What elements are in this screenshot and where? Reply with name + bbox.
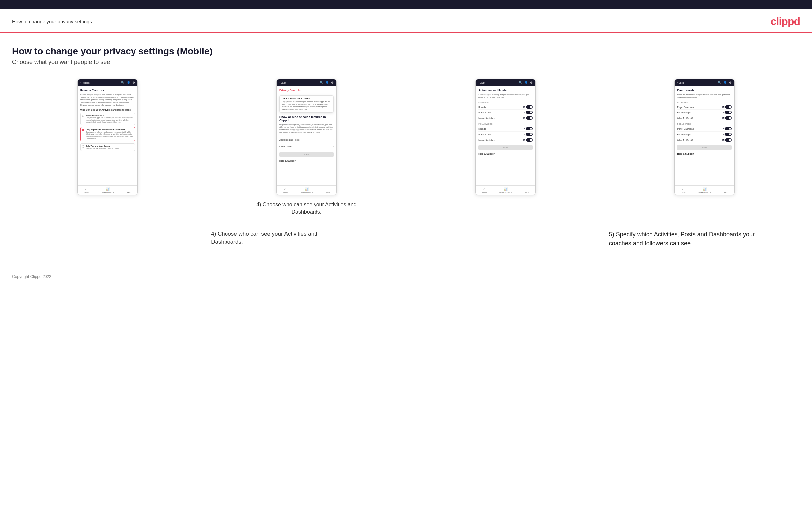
followers-round-insights-row: Round Insights ON <box>677 132 731 137</box>
activities-posts-label: Activities and Posts <box>279 139 300 141</box>
mobile-nav-bar-2: ‹ Back 🔍 👤 ⚙ <box>276 79 337 86</box>
performance-icon-3: 📊 <box>504 187 508 191</box>
coaches-header-3: COACHES <box>478 101 533 103</box>
bottom-nav-menu-1[interactable]: ☰ Menu <box>127 187 131 193</box>
followers-rounds-row: Rounds ON <box>478 126 533 132</box>
search-icon-2[interactable]: 🔍 <box>320 81 323 84</box>
radio-circle-3 <box>82 145 84 148</box>
followers-player-dash-row: Player Dashboard ON <box>677 126 731 132</box>
menu-label-1: Menu <box>127 191 131 193</box>
user-icon-3[interactable]: 👤 <box>524 81 528 84</box>
settings-icon-2[interactable]: ⚙ <box>331 81 334 84</box>
radio-desc-1: Everyone on Clippd can search for you an… <box>86 117 133 123</box>
followers-player-dash-toggle[interactable] <box>725 127 731 130</box>
show-hide-text: Regardless of the privacy controls that … <box>279 124 334 134</box>
bottom-nav-performance-4[interactable]: 📊 My Performance <box>698 187 711 193</box>
followers-drills-toggle[interactable] <box>526 133 533 136</box>
user-icon[interactable]: 👤 <box>126 81 130 84</box>
screenshot-group-3: ‹ Back 🔍 👤 ⚙ Activities and Posts Select… <box>410 79 601 195</box>
screenshot-group-1: ‹ < Back 🔍 👤 ⚙ Privacy Controls Control … <box>12 79 203 195</box>
settings-icon-3[interactable]: ⚙ <box>530 81 533 84</box>
coaches-round-insights-row: Round Insights ON <box>677 110 731 115</box>
radio-circle-1 <box>82 115 84 117</box>
back-button-4[interactable]: ‹ Back <box>677 81 684 84</box>
coaches-player-dash-toggle[interactable] <box>725 105 731 109</box>
coaches-round-insights-label: Round Insights <box>677 111 692 114</box>
coaches-what-to-work-toggle[interactable] <box>725 116 731 120</box>
dashboards-row[interactable]: Dashboards › <box>279 143 334 150</box>
coaches-rounds-toggle[interactable] <box>526 105 533 109</box>
bottom-nav-home-3[interactable]: ⌂ Home <box>482 187 487 193</box>
bottom-nav-home-1[interactable]: ⌂ Home <box>84 187 88 193</box>
menu-icon-1: ☰ <box>127 187 130 191</box>
mobile-nav-bar-3: ‹ Back 🔍 👤 ⚙ <box>475 79 536 86</box>
back-button-3[interactable]: ‹ Back <box>478 81 485 84</box>
mobile-nav-bar-1: ‹ < Back 🔍 👤 ⚙ <box>78 79 138 86</box>
save-button-4[interactable]: Save <box>677 145 731 150</box>
back-button-2[interactable]: ‹ Back <box>279 81 286 84</box>
performance-label-4: My Performance <box>698 191 711 193</box>
popup-box: Only You and Your Coach Only you and the… <box>279 95 334 113</box>
menu-label-4: Menu <box>724 191 728 193</box>
coaches-player-dash-row: Player Dashboard ON <box>677 104 731 110</box>
screenshots-row: ‹ < Back 🔍 👤 ⚙ Privacy Controls Control … <box>12 79 800 216</box>
screen2-content: Privacy Controls Only You and Your Coach… <box>276 86 337 185</box>
menu-label-3: Menu <box>525 191 529 193</box>
followers-rounds-label: Rounds <box>478 128 486 130</box>
coaches-what-to-work-row: What To Work On ON <box>677 115 731 121</box>
radio-everyone[interactable]: Everyone on Clippd Everyone on Clippd ca… <box>81 113 135 125</box>
save-button-3[interactable]: Save <box>478 145 533 150</box>
followers-player-dash-label: Player Dashboard <box>677 128 695 130</box>
radio-approved-followers[interactable]: Only Approved Followers and Your Coach O… <box>81 127 135 142</box>
radio-only-coach[interactable]: Only You and Your Coach Only you and the… <box>81 143 135 151</box>
search-icon-3[interactable]: 🔍 <box>519 81 522 84</box>
coaches-rounds-row: Rounds ON <box>478 104 533 110</box>
home-label-3: Home <box>482 191 487 193</box>
followers-manual-toggle[interactable] <box>526 138 533 142</box>
search-icon[interactable]: 🔍 <box>121 81 124 84</box>
chevron-icon-1: › <box>333 138 334 142</box>
bottom-nav-performance-3[interactable]: 📊 My Performance <box>500 187 512 193</box>
save-button-2[interactable]: Save <box>279 152 334 157</box>
page-title: How to change your privacy settings (Mob… <box>12 46 800 57</box>
bottom-nav-performance-2[interactable]: 📊 My Performance <box>301 187 313 193</box>
back-button-1[interactable]: ‹ < Back <box>81 81 90 84</box>
followers-what-to-work-label: What To Work On <box>677 139 694 142</box>
user-icon-2[interactable]: 👤 <box>325 81 329 84</box>
top-bar <box>0 0 812 9</box>
coaches-drills-toggle[interactable] <box>526 111 533 114</box>
bottom-nav-home-2[interactable]: ⌂ Home <box>283 187 287 193</box>
logo: clippd <box>771 15 800 27</box>
user-icon-4[interactable]: 👤 <box>723 81 727 84</box>
bottom-nav-4: ⌂ Home 📊 My Performance ☰ Menu <box>674 185 734 195</box>
performance-label-1: My Performance <box>102 191 114 193</box>
bottom-nav-menu-3[interactable]: ☰ Menu <box>525 187 529 193</box>
coaches-manual-toggle[interactable] <box>526 116 533 120</box>
followers-round-insights-toggle[interactable] <box>725 133 731 136</box>
settings-icon[interactable]: ⚙ <box>132 81 135 84</box>
footer: Copyright Clippd 2022 <box>0 268 812 286</box>
menu-icon-4: ☰ <box>724 187 727 191</box>
home-label-1: Home <box>84 191 88 193</box>
bottom-nav-home-4[interactable]: ⌂ Home <box>681 187 686 193</box>
search-icon-4[interactable]: 🔍 <box>718 81 721 84</box>
copyright-text: Copyright Clippd 2022 <box>12 274 51 279</box>
dashboards-title: Dashboards <box>677 89 731 92</box>
screenshot-group-2: ‹ Back 🔍 👤 ⚙ Privacy Controls Only You a… <box>211 79 402 216</box>
radio-circle-2 <box>82 129 84 131</box>
coaches-round-insights-toggle[interactable] <box>725 111 731 114</box>
screen1-content: Privacy Controls Control how you and you… <box>78 86 138 185</box>
followers-drills-label: Practice Drills <box>478 133 492 136</box>
settings-icon-4[interactable]: ⚙ <box>729 81 731 84</box>
bottom-nav-2: ⌂ Home 📊 My Performance ☰ Menu <box>276 185 337 195</box>
coaches-header-4: COACHES <box>677 101 731 103</box>
bottom-nav-menu-2[interactable]: ☰ Menu <box>326 187 330 193</box>
activities-posts-row[interactable]: Activities and Posts › <box>279 137 334 143</box>
followers-rounds-toggle[interactable] <box>526 127 533 130</box>
coaches-drills-label: Practice Drills <box>478 111 492 114</box>
header: How to change your privacy settings clip… <box>0 9 812 33</box>
followers-what-to-work-toggle[interactable] <box>725 138 731 142</box>
bottom-nav-performance-1[interactable]: 📊 My Performance <box>102 187 114 193</box>
bottom-nav-menu-4[interactable]: ☰ Menu <box>724 187 728 193</box>
captions-row: 4) Choose who can see your Activities an… <box>12 224 800 248</box>
